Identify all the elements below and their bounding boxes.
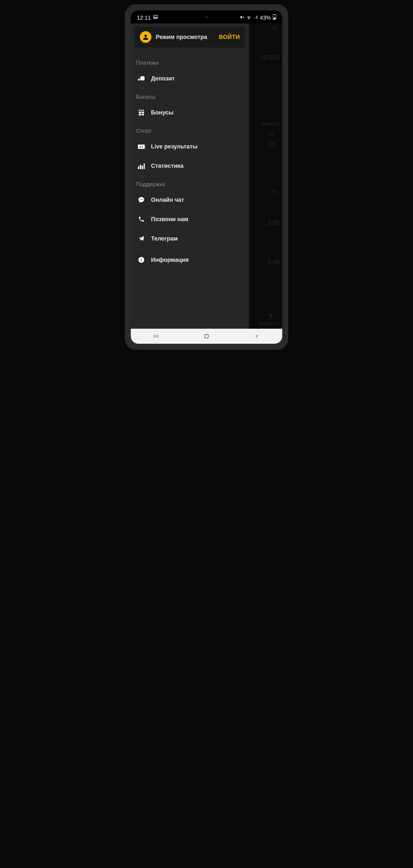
coins-icon: +: [138, 75, 145, 82]
bg-text-4: 15: [267, 140, 276, 148]
screen: 12:11 43%: [131, 10, 282, 344]
bg-text-5: ТО: [271, 189, 277, 195]
section-bonuses-label: Бонусы: [131, 89, 249, 103]
svg-point-29: [141, 258, 141, 259]
svg-point-10: [144, 35, 147, 37]
nav-home[interactable]: [181, 334, 232, 339]
menu-stats-label: Статистика: [151, 163, 184, 169]
mute-icon: [240, 14, 244, 21]
section-support-label: Поддержка: [131, 176, 249, 191]
menu-telegram-label: Телеграм: [151, 235, 178, 242]
section-payments-label: Платежи: [131, 55, 249, 69]
camera-notch: [205, 16, 208, 19]
menu-chat[interactable]: Онлайн чат: [131, 191, 249, 210]
svg-rect-16: [139, 114, 141, 116]
avatar-icon: [140, 31, 152, 43]
svg-rect-20: [138, 166, 139, 169]
svg-point-26: [142, 199, 143, 200]
menu-statistics[interactable]: Статистика: [131, 157, 249, 176]
bg-text-8: Фавориты: [259, 321, 281, 326]
svg-rect-35: [204, 334, 208, 338]
svg-point-30: [273, 27, 277, 30]
system-nav-bar: [131, 329, 282, 344]
svg-point-24: [140, 199, 140, 200]
bars-icon: [138, 162, 145, 169]
backdrop-dimmed[interactable]: ЛТИЯ інхайм 02 15 ТО 2.91 6.45 Фавориты: [249, 24, 282, 329]
svg-rect-9: [274, 18, 276, 19]
menu-information[interactable]: Информация: [131, 249, 249, 270]
menu-call-label: Позвони нам: [151, 216, 188, 223]
phone-frame: 12:11 43%: [125, 4, 288, 350]
menu-telegram[interactable]: Телеграм: [131, 229, 249, 249]
menu-deposit[interactable]: + Депозит: [131, 69, 249, 89]
menu-live-results[interactable]: 2:1 Live результаты: [131, 137, 249, 157]
svg-rect-22: [142, 166, 143, 169]
nav-back[interactable]: [232, 334, 282, 339]
gift-icon: [138, 109, 145, 116]
svg-rect-14: [139, 112, 141, 113]
svg-rect-3: [254, 18, 254, 19]
wifi-icon: [246, 14, 252, 21]
section-sport-label: Спорт: [131, 123, 249, 137]
svg-rect-6: [257, 16, 257, 19]
svg-text:+: +: [138, 79, 139, 81]
drawer: Режим просмотра ВОЙТИ Платежи + Депозит …: [131, 24, 249, 329]
bg-text-2: інхайм: [261, 120, 280, 127]
svg-rect-4: [255, 17, 255, 19]
menu-info-label: Информация: [151, 257, 189, 263]
svg-rect-15: [141, 112, 144, 113]
svg-point-25: [141, 199, 141, 200]
svg-rect-0: [154, 15, 157, 19]
info-icon: [138, 256, 145, 264]
menu-deposit-label: Депозит: [151, 75, 174, 82]
bg-text-1: ЛТИЯ: [261, 54, 280, 62]
svg-text:2:1: 2:1: [139, 146, 143, 149]
menu-call[interactable]: Позвони нам: [131, 210, 249, 229]
scoreboard-icon: 2:1: [138, 143, 145, 150]
svg-rect-21: [140, 165, 141, 169]
image-icon: [153, 14, 158, 21]
menu-live-label: Live результаты: [151, 143, 197, 150]
bg-text-3: 02: [269, 132, 274, 137]
account-card: Режим просмотра ВОЙТИ: [135, 27, 245, 48]
menu-bonuses-label: Бонусы: [151, 109, 173, 116]
menu-chat-label: Онлайн чат: [151, 197, 184, 203]
battery-icon: [273, 14, 276, 21]
svg-line-2: [243, 16, 244, 18]
svg-rect-23: [144, 163, 145, 169]
menu-bonuses[interactable]: Бонусы: [131, 103, 249, 123]
nav-recents[interactable]: [131, 334, 181, 339]
phone-icon: [138, 216, 145, 223]
bg-text-6: 2.91: [267, 219, 280, 226]
status-time: 12:11: [137, 14, 151, 21]
star-icon: [268, 312, 274, 319]
svg-rect-5: [256, 17, 256, 19]
login-button[interactable]: ВОЙТИ: [219, 34, 240, 40]
view-mode-label: Режим просмотра: [156, 34, 207, 40]
telegram-icon: [138, 235, 145, 242]
chat-icon: [138, 196, 145, 204]
svg-line-31: [276, 30, 278, 31]
svg-rect-28: [141, 259, 142, 261]
bg-text-7: 6.45: [267, 258, 280, 265]
svg-point-1: [154, 16, 155, 17]
svg-rect-17: [141, 114, 144, 116]
search-icon: [272, 26, 278, 33]
battery-text: 43%: [260, 14, 271, 21]
signal-icon: [253, 14, 258, 21]
